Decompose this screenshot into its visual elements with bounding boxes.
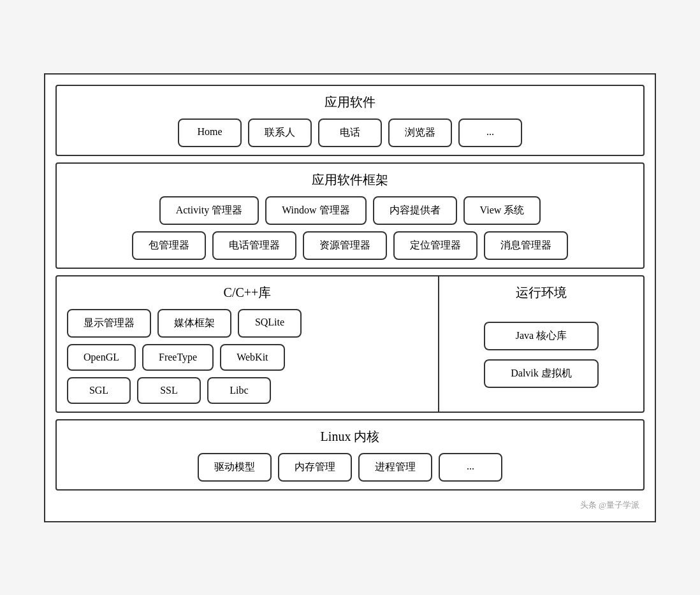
- item-media-framework: 媒体框架: [157, 309, 231, 338]
- linux-kernel-layer: Linux 内核 驱动模型 内存管理 进程管理 ...: [55, 419, 645, 491]
- cpp-libraries-title: C/C++库: [67, 284, 428, 301]
- runtime-section: 运行环境 Java 核心库 Dalvik 虚拟机: [439, 276, 643, 412]
- item-content-provider: 内容提供者: [373, 196, 457, 225]
- item-resource-manager: 资源管理器: [303, 231, 387, 260]
- app-framework-row1: Activity 管理器 Window 管理器 内容提供者 View 系统: [67, 196, 633, 225]
- item-java-core: Java 核心库: [484, 322, 599, 350]
- item-phone: 电话: [318, 118, 382, 147]
- item-more-app: ...: [458, 118, 522, 147]
- item-browser: 浏览器: [388, 118, 452, 147]
- linux-kernel-items: 驱动模型 内存管理 进程管理 ...: [67, 453, 633, 482]
- cpp-row1: 显示管理器 媒体框架 SQLite: [67, 309, 428, 338]
- item-dalvik-vm: Dalvik 虚拟机: [484, 359, 599, 388]
- item-driver-model: 驱动模型: [198, 453, 272, 482]
- item-opengl: OpenGL: [67, 344, 136, 371]
- cpp-libraries-section: C/C++库 显示管理器 媒体框架 SQLite OpenGL FreeType…: [57, 276, 439, 412]
- item-window-manager: Window 管理器: [265, 196, 366, 225]
- item-more-linux: ...: [439, 453, 502, 482]
- linux-kernel-title: Linux 内核: [67, 428, 633, 445]
- item-libc: Libc: [207, 377, 271, 404]
- item-view-system: View 系统: [463, 196, 541, 225]
- app-framework-layer: 应用软件框架 Activity 管理器 Window 管理器 内容提供者 Vie…: [55, 162, 645, 269]
- item-telephony-manager: 电话管理器: [212, 231, 296, 260]
- item-activity-manager: Activity 管理器: [159, 196, 259, 225]
- app-software-layer: 应用软件 Home 联系人 电话 浏览器 ...: [55, 85, 645, 156]
- cpp-row2: OpenGL FreeType WebKit: [67, 344, 428, 371]
- item-freetype: FreeType: [142, 344, 214, 371]
- middle-layer: C/C++库 显示管理器 媒体框架 SQLite OpenGL FreeType…: [55, 275, 645, 413]
- item-notification-manager: 消息管理器: [484, 231, 568, 260]
- item-sgl: SGL: [67, 377, 131, 404]
- watermark: 头条 @量子学派: [55, 499, 645, 511]
- app-framework-title: 应用软件框架: [67, 171, 633, 189]
- runtime-items: Java 核心库 Dalvik 虚拟机: [484, 322, 599, 388]
- item-contacts: 联系人: [248, 118, 312, 147]
- cpp-row3: SGL SSL Libc: [67, 377, 428, 404]
- runtime-title: 运行环境: [449, 284, 633, 301]
- item-memory-management: 内存管理: [278, 453, 352, 482]
- item-process-management: 进程管理: [358, 453, 432, 482]
- item-webkit: WebKit: [220, 344, 284, 371]
- item-sqlite: SQLite: [238, 309, 302, 338]
- item-location-manager: 定位管理器: [393, 231, 478, 260]
- app-framework-row2: 包管理器 电话管理器 资源管理器 定位管理器 消息管理器: [67, 231, 633, 260]
- item-package-manager: 包管理器: [132, 231, 206, 260]
- android-architecture-diagram: 应用软件 Home 联系人 电话 浏览器 ... 应用软件框架 Activity…: [44, 73, 656, 522]
- item-ssl: SSL: [137, 377, 201, 404]
- app-software-title: 应用软件: [67, 94, 633, 111]
- item-home: Home: [178, 118, 242, 147]
- app-software-items: Home 联系人 电话 浏览器 ...: [67, 118, 633, 147]
- item-display-manager: 显示管理器: [67, 309, 151, 338]
